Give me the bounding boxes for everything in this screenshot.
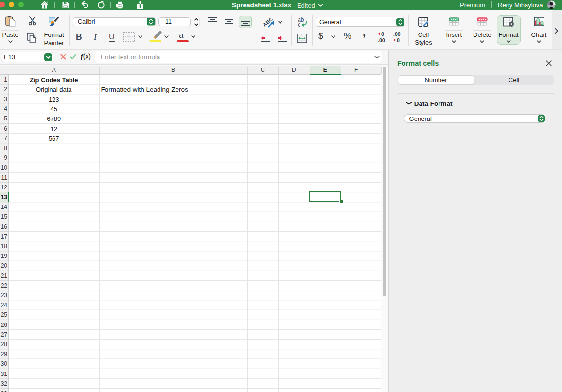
svg-text:c: c	[298, 21, 300, 28]
